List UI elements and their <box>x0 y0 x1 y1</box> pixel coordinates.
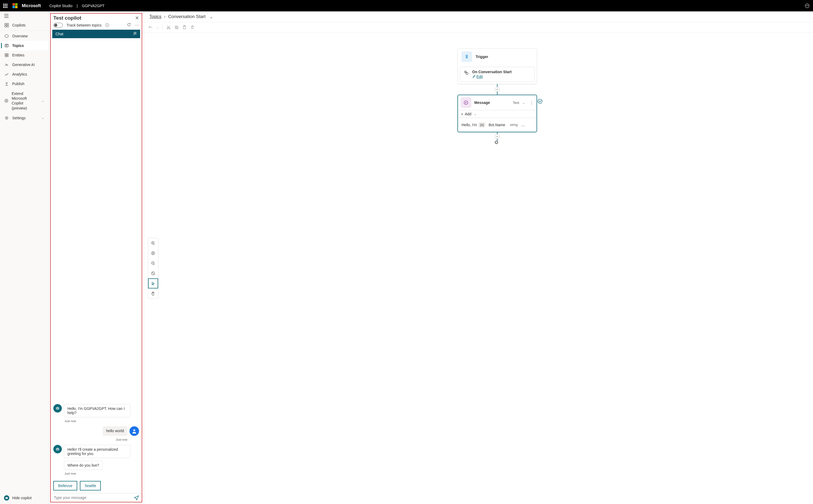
quick-reply-button[interactable]: Seattle <box>80 481 101 490</box>
flag-icon[interactable] <box>133 32 137 36</box>
msg-text-prefix: Hello, I'm <box>462 123 477 127</box>
message-timestamp: Just now <box>53 438 127 441</box>
info-icon[interactable]: i <box>105 23 109 27</box>
nav-publish[interactable]: Publish <box>0 79 48 89</box>
zoom-fit-icon[interactable] <box>148 248 158 258</box>
nav-collapse-button[interactable] <box>0 11 48 20</box>
delete-icon[interactable] <box>190 25 194 29</box>
variable-badge-icon: {x} <box>478 122 485 127</box>
pan-tool-icon[interactable] <box>148 288 158 299</box>
zoom-in-icon[interactable] <box>148 238 158 248</box>
chat-message: Hello, I'm GGPVA2GPT. How can I help? <box>53 404 139 417</box>
quick-reply-button[interactable]: Bellevue <box>53 481 77 490</box>
nav-label: Overview <box>12 34 28 38</box>
message-bubble[interactable]: hello world <box>103 426 127 436</box>
message-bubble[interactable]: Hello, I'm GGPVA2GPT. How can I help? <box>64 404 130 417</box>
message-node[interactable]: Message Text ⌄ ⋮ + Add ⌄ Hello, I'm <box>457 95 537 132</box>
paste-icon[interactable] <box>182 25 186 29</box>
svg-rect-3 <box>5 23 6 25</box>
chat-message: hello world <box>53 426 139 436</box>
svg-rect-6 <box>7 25 8 27</box>
message-input[interactable] <box>53 495 132 500</box>
user-avatar-icon <box>129 426 139 436</box>
nav-overview[interactable]: Overview <box>0 31 48 41</box>
svg-point-27 <box>167 28 168 29</box>
copilot-header-icon[interactable] <box>805 3 810 8</box>
refresh-icon[interactable] <box>127 23 131 28</box>
more-icon[interactable]: ⋯ <box>135 23 139 28</box>
microsoft-logo-icon <box>12 3 17 8</box>
chevron-down-icon[interactable]: ⌄ <box>522 101 525 104</box>
global-topbar: Microsoft Copilot Studio | GGPVA2GPT <box>0 0 813 11</box>
message-bubble[interactable]: Hello! I'll create a personalized greeti… <box>64 445 130 458</box>
add-label: Add <box>465 112 471 116</box>
waffle-icon[interactable] <box>3 4 7 8</box>
svg-rect-10 <box>5 55 6 57</box>
chevron-down-icon[interactable]: ⌄ <box>210 14 213 19</box>
project-name[interactable]: GGPVA2GPT <box>82 4 104 8</box>
topics-icon <box>4 43 9 48</box>
copy-icon[interactable] <box>174 25 178 29</box>
genai-icon <box>4 63 9 67</box>
svg-point-22 <box>58 408 58 409</box>
message-bubble[interactable]: Where do you live? <box>64 461 103 470</box>
canvas-viewport[interactable]: Trigger On Conversation Start Edit <box>144 33 813 504</box>
publish-icon <box>4 82 9 86</box>
svg-rect-7 <box>5 44 8 47</box>
variable-name[interactable]: Bot.Name <box>487 122 506 128</box>
svg-point-23 <box>133 430 135 431</box>
nav-generative-ai[interactable]: Generative AI <box>0 60 48 69</box>
nav-label: Publish <box>12 82 24 86</box>
nav-copilots[interactable]: Copilots <box>0 20 48 30</box>
nav-entities[interactable]: Entities <box>0 50 48 60</box>
analytics-icon <box>4 72 9 76</box>
chat-message: Where do you live? <box>53 461 139 470</box>
message-timestamp: Just now <box>64 472 139 475</box>
send-icon[interactable] <box>134 495 139 500</box>
add-node-button[interactable]: + <box>495 87 500 92</box>
trigger-node[interactable]: Trigger On Conversation Start Edit <box>457 49 537 84</box>
zoom-out-icon[interactable] <box>148 258 158 268</box>
undo-icon[interactable] <box>148 25 152 29</box>
breadcrumb-root[interactable]: Topics <box>149 14 161 19</box>
message-type-label[interactable]: Text <box>513 101 519 105</box>
gear-icon <box>4 116 9 120</box>
close-icon[interactable]: ✕ <box>135 15 139 21</box>
quick-replies: Bellevue Seattle <box>51 480 142 493</box>
hide-copilot-button[interactable]: Hide copilot <box>0 492 48 504</box>
svg-rect-5 <box>5 25 6 27</box>
nav-settings[interactable]: Settings ⌄ <box>0 113 48 123</box>
track-topics-toggle[interactable] <box>53 23 63 28</box>
svg-rect-30 <box>176 27 178 29</box>
cut-icon[interactable] <box>166 25 170 29</box>
svg-point-28 <box>169 28 170 29</box>
svg-rect-4 <box>7 23 8 25</box>
chevron-down-icon[interactable]: ⌄ <box>156 26 159 29</box>
connector: + <box>497 84 497 95</box>
svg-rect-9 <box>7 54 8 55</box>
brand-name: Microsoft <box>22 3 41 8</box>
svg-point-2 <box>808 5 808 6</box>
chat-body: Hello, I'm GGPVA2GPT. How can I help? Ju… <box>51 38 142 480</box>
add-variation-button[interactable]: + Add ⌄ <box>458 110 536 118</box>
svg-point-12 <box>5 99 8 102</box>
svg-rect-29 <box>175 26 177 28</box>
edit-link[interactable]: Edit <box>476 74 483 79</box>
message-content[interactable]: Hello, I'm {x} Bot.Name string .... <box>458 118 536 132</box>
app-name[interactable]: Copilot Studio <box>49 4 72 8</box>
test-copilot-panel: Test copilot ✕ Track between topics i ⋯ … <box>50 13 142 502</box>
bot-icon <box>4 495 10 501</box>
trigger-icon <box>461 51 472 62</box>
nav-analytics[interactable]: Analytics <box>0 69 48 79</box>
nav-topics[interactable]: Topics <box>0 41 48 50</box>
hide-copilot-label: Hide copilot <box>12 496 32 500</box>
zoom-reset-icon[interactable] <box>148 268 158 278</box>
edit-icon <box>472 75 475 78</box>
pointer-tool-icon[interactable] <box>148 278 158 288</box>
chevron-down-icon: ⌄ <box>42 116 44 120</box>
add-node-button[interactable]: + <box>495 134 500 139</box>
chevron-down-icon: ⌄ <box>42 99 44 103</box>
track-topics-label: Track between topics <box>67 23 102 27</box>
more-vertical-icon[interactable]: ⋮ <box>530 100 534 105</box>
nav-extend-copilot[interactable]: Extend Microsoft Copilot (preview) ⌄ <box>0 89 48 113</box>
